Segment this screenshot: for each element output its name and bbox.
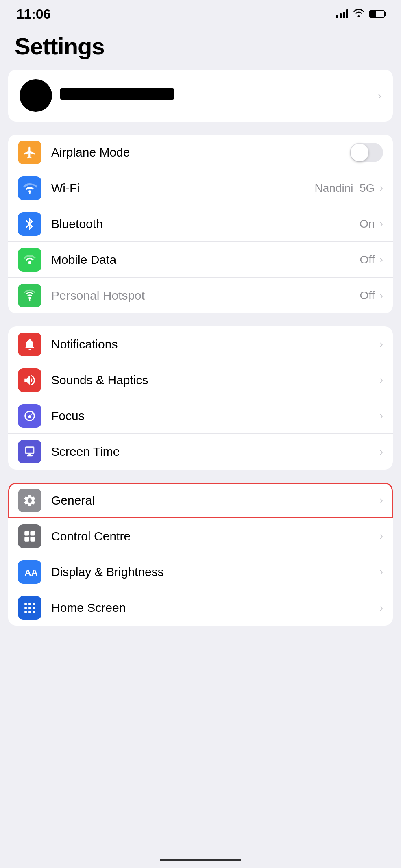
svg-point-2 (28, 297, 31, 299)
general-icon (18, 489, 41, 512)
airplane-mode-row[interactable]: Airplane Mode (8, 135, 393, 170)
focus-chevron: › (379, 409, 383, 422)
general-chevron: › (379, 494, 383, 507)
sounds-haptics-label: Sounds & Haptics (51, 373, 378, 387)
svg-rect-18 (33, 607, 35, 609)
home-screen-icon (18, 596, 41, 620)
wifi-label: Wi-Fi (51, 181, 314, 195)
display-brightness-chevron: › (379, 566, 383, 578)
connectivity-group: Airplane Mode Wi-Fi Nandini_5G › Bluetoo… (8, 135, 393, 313)
svg-rect-17 (28, 607, 31, 609)
battery-icon (369, 10, 385, 18)
personal-hotspot-row[interactable]: Personal Hotspot Off › (8, 278, 393, 313)
control-centre-icon (18, 524, 41, 548)
wifi-row[interactable]: Wi-Fi Nandini_5G › (8, 170, 393, 206)
focus-label: Focus (51, 409, 378, 423)
general-row[interactable]: General › (8, 483, 393, 518)
airplane-mode-toggle[interactable] (350, 143, 383, 162)
notifications-chevron: › (379, 338, 383, 350)
screen-time-label: Screen Time (51, 445, 378, 459)
svg-rect-14 (28, 603, 31, 605)
display-brightness-row[interactable]: AA Display & Brightness › (8, 554, 393, 590)
control-centre-row[interactable]: Control Centre › (8, 518, 393, 554)
control-centre-label: Control Centre (51, 529, 378, 543)
wifi-icon (353, 9, 364, 19)
mobile-data-row[interactable]: Mobile Data Off › (8, 242, 393, 278)
mobile-data-value: Off (360, 253, 375, 266)
svg-rect-13 (24, 603, 27, 605)
svg-rect-3 (29, 299, 31, 302)
notifications-row[interactable]: Notifications › (8, 326, 393, 362)
profile-name-redacted (60, 88, 174, 100)
svg-rect-16 (24, 607, 27, 609)
page-title: Settings (0, 24, 401, 70)
profile-card[interactable]: › (8, 70, 393, 122)
hotspot-icon (18, 284, 41, 307)
personal-hotspot-label: Personal Hotspot (51, 289, 360, 302)
notifications-label: Notifications (51, 337, 378, 351)
general-group: General › Control Centre › AA Display & … (8, 483, 393, 626)
bluetooth-chevron: › (379, 218, 383, 230)
control-centre-chevron: › (379, 530, 383, 542)
svg-rect-20 (28, 611, 31, 613)
wifi-setting-icon (18, 176, 41, 200)
screen-time-row[interactable]: Screen Time › (8, 434, 393, 470)
notifications-icon (18, 333, 41, 356)
svg-rect-9 (30, 531, 35, 535)
home-screen-row[interactable]: Home Screen › (8, 590, 393, 626)
profile-avatar (20, 79, 52, 112)
svg-rect-11 (30, 537, 35, 541)
status-icons (336, 9, 385, 19)
svg-rect-15 (33, 603, 35, 605)
signal-icon (336, 9, 348, 18)
airplane-mode-label: Airplane Mode (51, 146, 350, 159)
svg-rect-19 (24, 611, 27, 613)
svg-point-1 (28, 261, 31, 264)
sounds-haptics-row[interactable]: Sounds & Haptics › (8, 362, 393, 398)
wifi-value: Nandini_5G (314, 182, 375, 195)
profile-info (60, 88, 378, 103)
wifi-chevron: › (379, 182, 383, 194)
svg-rect-21 (33, 611, 35, 613)
general-label: General (51, 494, 378, 507)
svg-rect-8 (24, 531, 29, 535)
bluetooth-label: Bluetooth (51, 217, 360, 231)
personal-hotspot-value: Off (360, 289, 375, 302)
bluetooth-value: On (360, 218, 375, 231)
personal-hotspot-chevron: › (379, 289, 383, 302)
display-brightness-label: Display & Brightness (51, 565, 378, 579)
svg-rect-10 (24, 537, 29, 541)
screen-time-chevron: › (379, 446, 383, 458)
focus-row[interactable]: Focus › (8, 398, 393, 434)
svg-point-0 (29, 192, 31, 194)
status-time: 11:06 (16, 6, 50, 22)
sounds-haptics-chevron: › (379, 374, 383, 386)
svg-rect-6 (27, 455, 33, 457)
mobile-data-label: Mobile Data (51, 253, 360, 267)
sounds-icon (18, 368, 41, 392)
home-indicator (160, 859, 241, 861)
svg-rect-7 (28, 454, 31, 455)
status-bar: 11:06 (0, 0, 401, 24)
display-icon: AA (18, 560, 41, 584)
bluetooth-row[interactable]: Bluetooth On › (8, 206, 393, 242)
mobile-data-icon (18, 248, 41, 272)
home-screen-chevron: › (379, 602, 383, 614)
screen-time-icon (18, 440, 41, 463)
focus-icon (18, 404, 41, 428)
notifications-group: Notifications › Sounds & Haptics › Focus… (8, 326, 393, 470)
bluetooth-icon (18, 212, 41, 236)
home-screen-label: Home Screen (51, 601, 378, 615)
svg-text:AA: AA (24, 567, 37, 577)
airplane-icon (18, 141, 41, 164)
mobile-data-chevron: › (379, 253, 383, 266)
profile-chevron: › (378, 89, 381, 102)
